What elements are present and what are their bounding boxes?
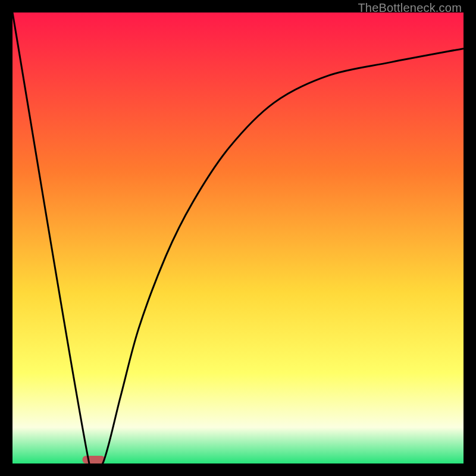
chart-frame [12, 12, 464, 464]
gradient-background [12, 12, 464, 464]
bottleneck-chart [12, 12, 464, 464]
optimal-marker [83, 456, 105, 464]
